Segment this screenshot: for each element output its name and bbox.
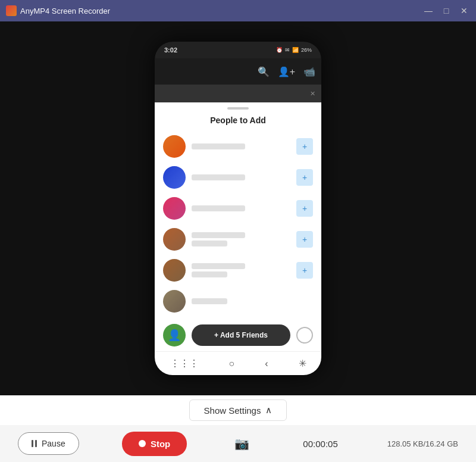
add-friends-button[interactable]: + Add 5 Friends (192, 324, 290, 346)
back-icon[interactable]: ‹ (265, 358, 268, 369)
avatar (163, 197, 186, 220)
wifi-icon: 📶 (292, 47, 299, 53)
add-contact-button[interactable]: + (296, 262, 313, 279)
contact-subname-blur (192, 271, 227, 277)
contact-row: + (155, 224, 321, 255)
file-size-display: 128.05 KB/16.24 GB (387, 439, 458, 448)
stop-button[interactable]: Stop (122, 432, 187, 456)
contact-row: + (155, 255, 321, 286)
battery-percent: 26% (301, 47, 312, 53)
app-icon (6, 5, 17, 16)
phone-status-icons: ⏰ ✉ 📶 26% (276, 47, 312, 53)
close-button[interactable]: ✕ (458, 7, 470, 15)
search-icon[interactable]: 🔍 (258, 66, 270, 77)
accessibility-icon[interactable]: ✳ (299, 358, 306, 369)
contact-name-blur (192, 232, 245, 238)
contact-row (155, 286, 321, 317)
contact-name-blur (192, 263, 245, 269)
avatar (163, 259, 186, 282)
add-icon: + (302, 266, 307, 274)
screenshot-button[interactable]: 📷 (230, 432, 253, 455)
contact-name-block (192, 174, 290, 180)
contact-name-block (192, 143, 290, 149)
sheet-handle-row (155, 102, 321, 112)
avatar (163, 290, 186, 313)
contact-name-blur (192, 298, 227, 304)
maximize-button[interactable]: □ (440, 7, 452, 15)
pause-bar-left (32, 440, 33, 447)
home-icon[interactable]: ○ (229, 358, 235, 369)
add-contact-button[interactable]: + (296, 138, 313, 155)
add-contact-button[interactable]: + (296, 231, 313, 248)
contact-row: + (155, 162, 321, 193)
contact-name-block (192, 298, 290, 304)
add-icon: + (302, 142, 307, 151)
phone-mockup: 3:02 ⏰ ✉ 📶 26% 🔍 👤+ 📹 ✕ (155, 42, 321, 375)
contact-name-blur (192, 174, 245, 180)
pause-bar-right (35, 440, 37, 447)
add-icon: + (302, 204, 307, 213)
pause-label: Pause (42, 439, 65, 448)
phone-time: 3:02 (164, 46, 177, 54)
contact-name-block (192, 263, 290, 277)
show-settings-label: Show Settings (204, 405, 261, 416)
alarm-icon: ⏰ (276, 47, 283, 53)
add-contact-button[interactable]: + (296, 169, 313, 186)
sheet-title: People to Add (155, 112, 321, 131)
title-bar-left: AnyMP4 Screen Recorder (6, 5, 110, 16)
contact-list: + + (155, 131, 321, 319)
minimize-button[interactable]: — (422, 7, 434, 15)
title-bar: AnyMP4 Screen Recorder — □ ✕ (0, 0, 476, 21)
add-icon: + (302, 173, 307, 182)
phone-nav-bar: ⋮⋮⋮ ○ ‹ ✳ (155, 351, 321, 375)
avatar-green: 👤 (163, 324, 186, 346)
contact-row: + (155, 193, 321, 224)
show-settings-bar: Show Settings ∧ (0, 395, 476, 425)
video-end-icon: ✕ (310, 90, 315, 98)
window-controls: — □ ✕ (422, 7, 470, 15)
pause-icon (32, 440, 37, 447)
contact-subname-blur (192, 241, 227, 246)
person-icon: 👤 (168, 329, 181, 342)
menu-icon[interactable]: ⋮⋮⋮ (170, 358, 199, 369)
stop-label: Stop (151, 439, 170, 449)
contact-row: + (155, 131, 321, 162)
bottom-controls: Pause Stop 📷 00:00:05 128.05 KB/16.24 GB (0, 425, 476, 462)
main-area: 3:02 ⏰ ✉ 📶 26% 🔍 👤+ 📹 ✕ (0, 21, 476, 462)
message-icon: ✉ (285, 47, 290, 53)
avatar (163, 166, 186, 189)
phone-video-bg: ✕ (155, 85, 321, 102)
app-icon-area: AnyMP4 Screen Recorder (6, 5, 110, 16)
pause-button[interactable]: Pause (18, 432, 79, 455)
stop-record-icon (139, 440, 146, 447)
app-title: AnyMP4 Screen Recorder (20, 7, 110, 15)
add-person-icon[interactable]: 👤+ (278, 66, 295, 77)
avatar (163, 135, 186, 158)
camera-icon: 📷 (234, 436, 249, 451)
phone-app-bar: 🔍 👤+ 📹 (155, 58, 321, 85)
phone-screen-container: 3:02 ⏰ ✉ 📶 26% 🔍 👤+ 📹 ✕ (0, 21, 476, 395)
avatar (163, 228, 186, 251)
contact-name-blur (192, 143, 245, 149)
add-contact-button[interactable]: + (296, 200, 313, 217)
sheet-handle (227, 107, 249, 110)
timer-display: 00:00:05 (297, 439, 345, 449)
phone-status-bar: 3:02 ⏰ ✉ 📶 26% (155, 42, 321, 58)
contact-name-blur (192, 205, 245, 211)
contact-name-block (192, 232, 290, 246)
video-call-icon[interactable]: 📹 (303, 66, 315, 77)
bottom-sheet: People to Add + (155, 102, 321, 351)
contact-name-block (192, 205, 290, 211)
add-friends-row: 👤 + Add 5 Friends (155, 319, 321, 351)
chevron-up-icon: ∧ (265, 405, 272, 416)
show-settings-button[interactable]: Show Settings ∧ (189, 399, 287, 421)
add-select-circle[interactable] (296, 327, 313, 344)
add-icon: + (302, 235, 307, 244)
